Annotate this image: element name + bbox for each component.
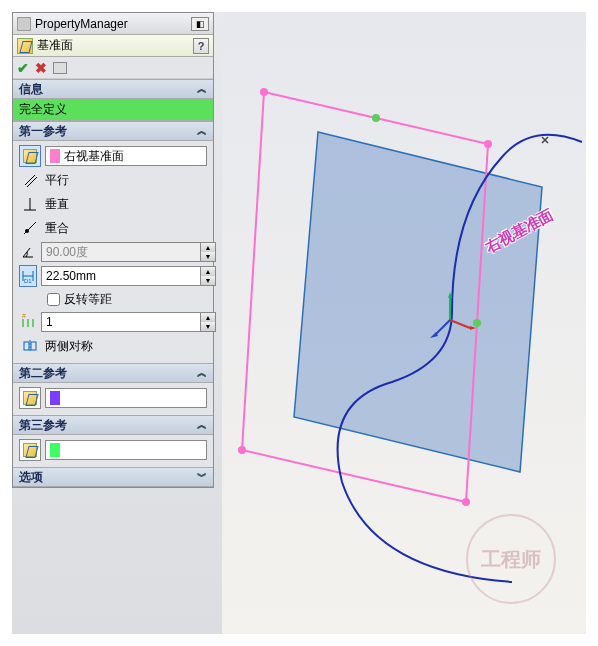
plane-icon [17, 38, 33, 54]
instances-spin-up[interactable]: ▲ [201, 313, 215, 322]
feature-header: 基准面 ? [13, 35, 213, 57]
plane-handle[interactable] [260, 88, 268, 96]
chevron-up-icon: ︽ [197, 418, 207, 432]
ref1-select-icon[interactable] [19, 145, 41, 167]
svg-text:D1: D1 [24, 278, 32, 284]
ref1-selection-input[interactable]: 右视基准面 [45, 146, 207, 166]
ref3-swatch [50, 443, 60, 457]
instances-input[interactable] [41, 312, 200, 332]
ref2-body [13, 383, 213, 415]
viewport-3d[interactable]: 右视基准面 工程师 [222, 12, 586, 634]
svg-rect-20 [24, 342, 29, 350]
ok-button[interactable]: ✔ [17, 60, 29, 76]
ref2-swatch [50, 391, 60, 405]
ref3-selection-input[interactable] [45, 440, 207, 460]
plane-handle[interactable] [462, 498, 470, 506]
ref1-header[interactable]: 第一参考 ︽ [13, 121, 213, 141]
distance-input[interactable] [41, 266, 200, 286]
datum-plane-face[interactable] [294, 132, 542, 472]
ref3-select-icon[interactable] [19, 439, 41, 461]
chevron-up-icon: ︽ [197, 124, 207, 138]
chevron-up-icon: ︽ [197, 366, 207, 380]
angle-spin-down[interactable]: ▼ [201, 252, 215, 261]
parallel-label: 平行 [45, 172, 207, 189]
property-manager-panel: PropertyManager ◧ 基准面 ? ✔ ✖ 信息 ︽ 完全定义 第一… [12, 12, 214, 488]
ref1-body: 右视基准面 平行 垂直 重合 ▲▼ [13, 141, 213, 363]
instances-icon[interactable]: # [19, 311, 37, 333]
ref2-header[interactable]: 第二参考 ︽ [13, 363, 213, 383]
action-row: ✔ ✖ [13, 57, 213, 79]
help-button[interactable]: ? [193, 38, 209, 54]
pin-button[interactable] [53, 62, 67, 74]
pm-title: PropertyManager [35, 17, 128, 31]
info-header[interactable]: 信息 ︽ [13, 79, 213, 99]
svg-rect-27 [586, 0, 598, 646]
status-fully-defined: 完全定义 [13, 99, 213, 121]
plane-handle-mid[interactable] [372, 114, 380, 122]
angle-icon[interactable] [19, 241, 37, 263]
sketch-point [542, 137, 548, 143]
perpendicular-icon[interactable] [19, 193, 41, 215]
plane-handle-mid[interactable] [473, 319, 481, 327]
options-header[interactable]: 选项 ︾ [13, 467, 213, 487]
ref3-body [13, 435, 213, 467]
ref2-select-icon[interactable] [19, 387, 41, 409]
coincident-label: 重合 [45, 220, 207, 237]
pm-header: PropertyManager ◧ [13, 13, 213, 35]
svg-rect-26 [0, 0, 12, 646]
flip-checkbox[interactable] [47, 293, 60, 306]
plane-handle[interactable] [484, 140, 492, 148]
pm-icon [17, 17, 31, 31]
plane-handle[interactable] [238, 446, 246, 454]
pm-toggle-icon[interactable]: ◧ [191, 17, 209, 31]
perpendicular-label: 垂直 [45, 196, 207, 213]
coincident-icon[interactable] [19, 217, 41, 239]
ref3-header[interactable]: 第三参考 ︽ [13, 415, 213, 435]
distance-icon[interactable]: D1 [19, 265, 37, 287]
parallel-icon[interactable] [19, 169, 41, 191]
instances-spin-down[interactable]: ▼ [201, 322, 215, 331]
chevron-up-icon: ︽ [197, 82, 207, 96]
ref1-selection: 右视基准面 [64, 148, 124, 165]
flip-label: 反转等距 [64, 291, 112, 308]
symmetric-label: 两侧对称 [45, 338, 207, 355]
feature-name: 基准面 [37, 37, 73, 54]
svg-rect-24 [0, 0, 598, 12]
svg-point-11 [25, 229, 29, 233]
svg-text:#: # [22, 314, 26, 319]
ref1-swatch [50, 149, 60, 163]
svg-rect-21 [31, 342, 36, 350]
angle-spin-up[interactable]: ▲ [201, 243, 215, 252]
ref2-selection-input[interactable] [45, 388, 207, 408]
cancel-button[interactable]: ✖ [35, 60, 47, 76]
distance-spin-down[interactable]: ▼ [201, 276, 215, 285]
distance-spin-up[interactable]: ▲ [201, 267, 215, 276]
angle-input[interactable] [41, 242, 200, 262]
chevron-down-icon: ︾ [197, 470, 207, 484]
svg-rect-25 [0, 634, 598, 646]
symmetric-icon[interactable] [19, 335, 41, 357]
